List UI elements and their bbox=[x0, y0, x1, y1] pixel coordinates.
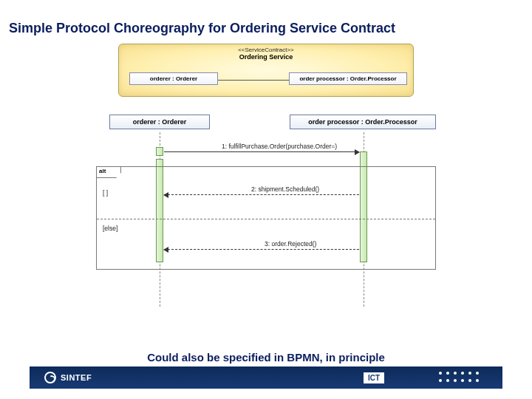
guard-1: [ ] bbox=[103, 189, 108, 197]
alt-frame: alt [ ] [else] bbox=[96, 166, 436, 270]
alt-tag: alt bbox=[96, 166, 121, 178]
message-3-arrow bbox=[164, 249, 359, 250]
brand-name: SINTEF bbox=[61, 373, 92, 382]
lifeline-orderer-head: orderer : Orderer bbox=[109, 115, 210, 129]
message-2-label: 2: shipment.Scheduled() bbox=[251, 185, 319, 193]
message-2-arrow bbox=[164, 194, 359, 195]
sequence-diagram: <<ServiceContract>> Ordering Service ord… bbox=[74, 41, 458, 307]
message-3-label: 3: order.Rejected() bbox=[265, 240, 316, 248]
service-contract-box: <<ServiceContract>> Ordering Service ord… bbox=[118, 44, 414, 97]
brand-logo: SINTEF bbox=[30, 372, 92, 383]
stereotype-label: <<ServiceContract>> bbox=[119, 44, 413, 53]
activation-orderer-1 bbox=[156, 147, 163, 156]
contract-name: Ordering Service bbox=[119, 53, 413, 61]
footer-dots-icon bbox=[439, 372, 480, 383]
message-1-arrow bbox=[164, 151, 359, 152]
alt-divider bbox=[97, 219, 435, 219]
brand-logo-icon bbox=[44, 372, 56, 383]
footer-unit-badge: ICT bbox=[364, 372, 384, 383]
page-title: Simple Protocol Choreography for Orderin… bbox=[0, 0, 532, 41]
message-1-label: 1: fulfillPurchase.Order(purchase.Order=… bbox=[222, 143, 337, 150]
contract-role-orderer: orderer : Orderer bbox=[129, 72, 218, 85]
lifeline-processor-head: order processor : Order.Processor bbox=[290, 115, 436, 129]
contract-role-processor: order processor : Order.Processor bbox=[289, 72, 407, 85]
footer-bar: SINTEF ICT bbox=[30, 366, 502, 389]
caption: Could also be specified in BPMN, in prin… bbox=[0, 351, 532, 364]
role-connector bbox=[218, 80, 289, 81]
guard-else: [else] bbox=[103, 225, 117, 232]
